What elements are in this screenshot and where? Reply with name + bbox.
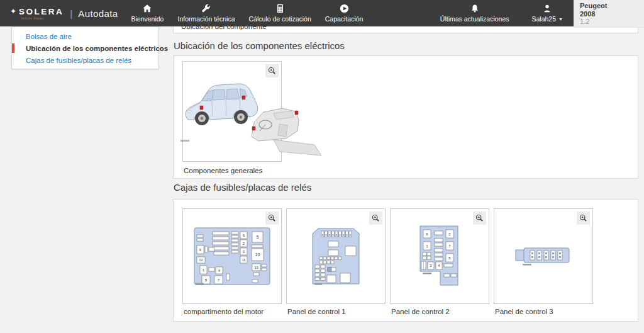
svg-text:13: 13: [254, 266, 258, 269]
thumbnail-caption: Panel de control 1: [287, 308, 346, 315]
vehicle-make: Peugeot: [580, 2, 644, 10]
chevron-down-icon: ▼: [558, 17, 563, 21]
navbar-right-group: Últimas actualizaciones Salah25 ▼: [433, 0, 570, 26]
thumbnail-caption: Componentes generales: [184, 167, 262, 174]
zoom-in-button[interactable]: [473, 212, 486, 225]
svg-text:10: 10: [255, 252, 260, 257]
user-menu[interactable]: Salah25 ▼: [525, 0, 570, 26]
thumbnail-caption: Panel de control 3: [495, 308, 553, 315]
zoom-in-button[interactable]: [577, 212, 590, 225]
solera-mark-icon: ✦: [10, 8, 16, 15]
thumbnail-componentes-generales[interactable]: [182, 61, 282, 162]
main-nav: Bienvenido Información técnica: [125, 0, 370, 26]
vehicle-engine: 1.2: [580, 18, 644, 26]
brand-logo[interactable]: ✦ SOLERA Vehicle Repair | Autodata: [0, 7, 118, 20]
section-sidebar: Bolsas de aire Ubicación de los componen…: [11, 26, 159, 69]
solera-name: SOLERA: [19, 7, 64, 16]
solera-tagline: Vehicle Repair: [21, 17, 64, 20]
wrench-icon: [201, 4, 211, 13]
svg-text:12: 12: [199, 258, 203, 262]
thumbnail-caption: Panel de control 2: [391, 308, 450, 315]
username: Salah25: [532, 15, 557, 23]
latest-updates-label: Últimas actualizaciones: [440, 15, 509, 23]
user-icon: [543, 4, 552, 13]
nav-item-calculo-cotizacion[interactable]: Cálculo de cotización: [242, 0, 318, 26]
thumbnail-caption: compartimento del motor: [184, 308, 264, 315]
sidebar-item-ubicacion-componentes[interactable]: Ubicación de los componentes eléctricos: [12, 42, 158, 54]
play-icon: [340, 4, 349, 13]
thumbnail-panel-control-1[interactable]: [286, 208, 386, 304]
nav-item-capacitacion[interactable]: Capacitación: [318, 0, 370, 26]
thumbnail-compartimento-motor[interactable]: 6 2 3 11 5 10 13 9 12 1 4 8 7: [182, 208, 282, 304]
svg-text:5: 5: [257, 235, 259, 239]
section-title-cajas-fusibles: Cajas de fusibles/placas de relés: [174, 182, 311, 193]
autodata-app: ✦ SOLERA Vehicle Repair | Autodata Bienv…: [0, 0, 644, 333]
section-title-ubicacion: Ubicación de los componentes eléctricos: [174, 40, 345, 51]
nav-label: Información técnica: [177, 15, 235, 23]
bell-icon: [470, 4, 479, 13]
vehicle-info-panel[interactable]: Peugeot 2008 1.2: [574, 0, 644, 28]
zoom-in-button[interactable]: [265, 212, 279, 225]
svg-text:11: 11: [242, 258, 246, 262]
sidebar-item-bolsas-de-aire[interactable]: Bolsas de aire: [12, 30, 158, 42]
fuse-boxes-panel: 6 2 3 11 5 10 13 9 12 1 4 8 7: [173, 199, 638, 322]
top-navbar: ✦ SOLERA Vehicle Repair | Autodata Bienv…: [0, 0, 574, 26]
nav-item-informacion-tecnica[interactable]: Información técnica: [170, 0, 242, 26]
nav-item-bienvenido[interactable]: Bienvenido: [125, 0, 171, 26]
components-panel: Componentes generales: [173, 55, 638, 179]
nav-label: Cálculo de cotización: [249, 15, 311, 23]
autodata-logo: Autodata: [78, 8, 118, 19]
zoom-in-button[interactable]: [369, 212, 382, 225]
vehicle-model: 2008: [580, 10, 644, 18]
nav-label: Capacitación: [325, 15, 364, 23]
nav-label: Bienvenido: [131, 15, 164, 23]
calculator-icon: [275, 4, 285, 13]
brand-separator: |: [70, 8, 72, 19]
zoom-in-button[interactable]: [265, 64, 279, 77]
latest-updates-button[interactable]: Últimas actualizaciones: [433, 0, 516, 26]
home-icon: [142, 4, 152, 13]
thumbnail-panel-control-3[interactable]: [494, 208, 593, 304]
thumbnail-panel-control-2[interactable]: 6 2 1 7 5 3 4: [390, 208, 489, 304]
sidebar-item-cajas-fusibles[interactable]: Cajas de fusibles/placas de relés: [12, 54, 158, 66]
